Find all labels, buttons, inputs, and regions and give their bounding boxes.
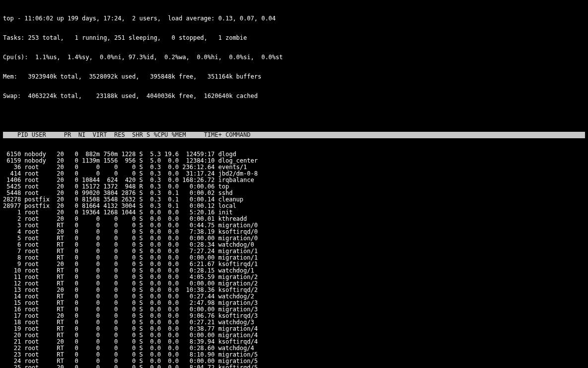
process-row: 25 root 20 0 0 0 0 S 0.0 0.0 8:04.72 kso… bbox=[3, 365, 585, 368]
column-header-row: PID USER PR NI VIRT RES SHR S %CPU %MEM … bbox=[3, 132, 585, 138]
terminal-output[interactable]: top - 11:06:02 up 199 days, 17:24, 2 use… bbox=[0, 0, 588, 368]
process-list: 6150 nobody 20 0 882m 750m 1228 S 5.3 19… bbox=[3, 151, 585, 368]
summary-swap: Swap: 4063224k total, 23188k used, 40400… bbox=[3, 93, 585, 99]
summary-mem: Mem: 3923940k total, 3528092k used, 3958… bbox=[3, 74, 585, 80]
summary-uptime: top - 11:06:02 up 199 days, 17:24, 2 use… bbox=[3, 15, 585, 22]
blank-line bbox=[3, 112, 585, 119]
summary-cpu: Cpu(s): 1.1%us, 1.4%sy, 0.0%ni, 97.3%id,… bbox=[3, 54, 585, 61]
summary-tasks: Tasks: 253 total, 1 running, 251 sleepin… bbox=[3, 35, 585, 41]
